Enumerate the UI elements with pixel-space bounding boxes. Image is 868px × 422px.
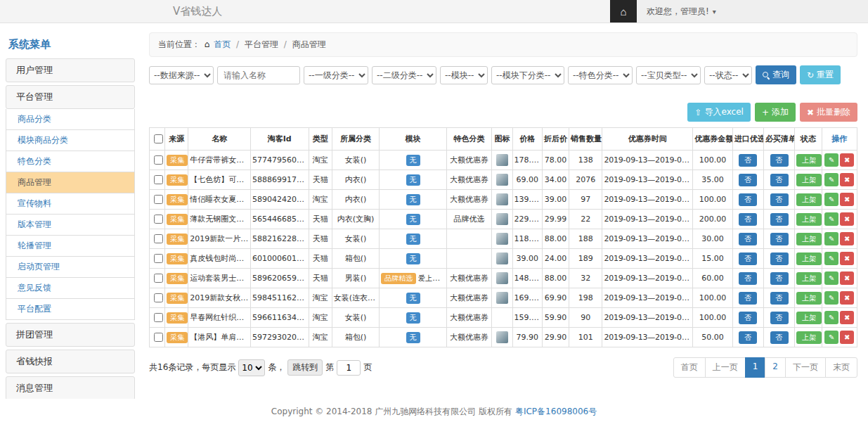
sidebar-item[interactable]: 模块商品分类	[6, 130, 135, 151]
delete-button[interactable]: ✖	[840, 193, 854, 206]
page-link[interactable]: 2	[765, 357, 786, 378]
import-select-button[interactable]: 否	[739, 331, 757, 344]
row-checkbox[interactable]	[154, 234, 163, 243]
row-checkbox[interactable]	[154, 274, 163, 283]
must-buy-button[interactable]: 否	[770, 252, 789, 265]
sidebar-item[interactable]: 特色分类	[6, 151, 135, 172]
must-buy-button[interactable]: 否	[770, 213, 789, 226]
status-button[interactable]: 上架	[796, 312, 822, 324]
row-checkbox[interactable]	[154, 333, 163, 342]
status-button[interactable]: 上架	[796, 154, 822, 167]
sidebar-item[interactable]: 意见反馈	[6, 278, 135, 299]
name-filter-input[interactable]	[217, 66, 300, 84]
status-button[interactable]: 上架	[796, 213, 822, 226]
import-select-button[interactable]: 否	[739, 233, 757, 245]
must-buy-button[interactable]: 否	[770, 272, 789, 285]
status-button[interactable]: 上架	[796, 331, 822, 344]
delete-button[interactable]: ✖	[840, 212, 854, 226]
delete-button[interactable]: ✖	[840, 311, 854, 324]
delete-button[interactable]: ✖	[840, 232, 854, 245]
edit-button[interactable]: ✎	[824, 291, 838, 305]
page-size-select[interactable]: 10	[238, 359, 265, 376]
import-select-button[interactable]: 否	[739, 213, 757, 226]
import-select-button[interactable]: 否	[739, 174, 757, 186]
page-link[interactable]: 上一页	[705, 357, 746, 378]
row-checkbox[interactable]	[154, 155, 163, 165]
edit-button[interactable]: ✎	[824, 232, 838, 245]
edit-button[interactable]: ✎	[824, 331, 838, 344]
must-buy-button[interactable]: 否	[770, 154, 789, 167]
row-checkbox[interactable]	[154, 254, 163, 263]
add-button[interactable]: + 添加	[755, 103, 796, 122]
import-select-button[interactable]: 否	[739, 252, 757, 265]
filter-select[interactable]: --二级分类--	[372, 66, 436, 84]
row-checkbox[interactable]	[154, 313, 163, 322]
must-buy-button[interactable]: 否	[770, 174, 789, 186]
must-buy-button[interactable]: 否	[770, 312, 789, 324]
icp-link[interactable]: 粤ICP备16098006号	[515, 407, 597, 416]
delete-button[interactable]: ✖	[840, 331, 854, 344]
sidebar-item[interactable]: 消息管理	[6, 376, 135, 399]
filter-select[interactable]: --特色分类--	[568, 66, 633, 84]
sidebar-item[interactable]: 拼团管理	[6, 323, 135, 347]
status-button[interactable]: 上架	[796, 233, 822, 245]
jump-button[interactable]: 跳转到	[287, 359, 323, 376]
status-button[interactable]: 上架	[796, 193, 822, 206]
edit-button[interactable]: ✎	[824, 252, 838, 265]
edit-button[interactable]: ✎	[824, 311, 838, 324]
select-all-checkbox[interactable]	[154, 134, 163, 143]
row-checkbox[interactable]	[154, 293, 163, 302]
import-select-button[interactable]: 否	[739, 312, 757, 324]
reset-button[interactable]: ↻ 重置	[800, 65, 841, 84]
import-select-button[interactable]: 否	[739, 193, 757, 206]
user-menu[interactable]: 欢迎您，管理员! ▾	[637, 0, 726, 23]
status-button[interactable]: 上架	[796, 174, 822, 186]
must-buy-button[interactable]: 否	[770, 331, 789, 344]
sidebar-item[interactable]: 商品管理	[6, 172, 135, 193]
edit-button[interactable]: ✎	[824, 271, 838, 285]
page-number-input[interactable]	[337, 360, 361, 376]
filter-select[interactable]: --宝贝类型--	[636, 66, 701, 84]
must-buy-button[interactable]: 否	[770, 292, 789, 305]
sidebar-item[interactable]: 用户管理	[6, 58, 135, 82]
batch-delete-button[interactable]: ✖ 批量删除	[800, 103, 857, 122]
delete-button[interactable]: ✖	[840, 291, 854, 305]
sidebar-item[interactable]: 启动页管理	[6, 257, 135, 278]
filter-select[interactable]: --状态--	[704, 66, 752, 84]
status-button[interactable]: 上架	[796, 252, 822, 265]
filter-select[interactable]: --模块--	[440, 66, 488, 84]
breadcrumb-home-link[interactable]: 首页	[214, 39, 231, 49]
sidebar-item[interactable]: 平台配置	[6, 299, 135, 320]
import-select-button[interactable]: 否	[739, 272, 757, 285]
page-link[interactable]: 1	[745, 357, 766, 378]
edit-button[interactable]: ✎	[824, 212, 838, 226]
sidebar-item[interactable]: 版本管理	[6, 215, 135, 236]
import-select-button[interactable]: 否	[739, 154, 757, 167]
delete-button[interactable]: ✖	[840, 153, 854, 167]
import-select-button[interactable]: 否	[739, 292, 757, 305]
page-link[interactable]: 下一页	[785, 357, 826, 378]
page-link[interactable]: 首页	[673, 357, 706, 378]
source-filter-select[interactable]: --数据来源--	[149, 66, 214, 84]
sidebar-item[interactable]: 轮播管理	[6, 236, 135, 257]
row-checkbox[interactable]	[154, 175, 163, 184]
search-button[interactable]: 查询	[756, 65, 796, 84]
must-buy-button[interactable]: 否	[770, 193, 789, 206]
edit-button[interactable]: ✎	[824, 173, 838, 186]
row-checkbox[interactable]	[154, 195, 163, 204]
page-link[interactable]: 末页	[825, 357, 857, 378]
edit-button[interactable]: ✎	[824, 193, 838, 206]
status-button[interactable]: 上架	[796, 292, 822, 305]
status-button[interactable]: 上架	[796, 272, 822, 285]
delete-button[interactable]: ✖	[840, 271, 854, 285]
delete-button[interactable]: ✖	[840, 252, 854, 265]
filter-select[interactable]: --模块下分类--	[491, 66, 564, 84]
delete-button[interactable]: ✖	[840, 173, 854, 186]
import-excel-button[interactable]: ⇧ 导入excel	[687, 103, 750, 122]
row-checkbox[interactable]	[154, 215, 163, 224]
sidebar-item[interactable]: 省钱快报	[6, 350, 135, 373]
sidebar-item[interactable]: 宣传物料	[6, 193, 135, 215]
edit-button[interactable]: ✎	[824, 153, 838, 167]
must-buy-button[interactable]: 否	[770, 233, 789, 245]
home-button[interactable]: ⌂	[610, 0, 637, 23]
